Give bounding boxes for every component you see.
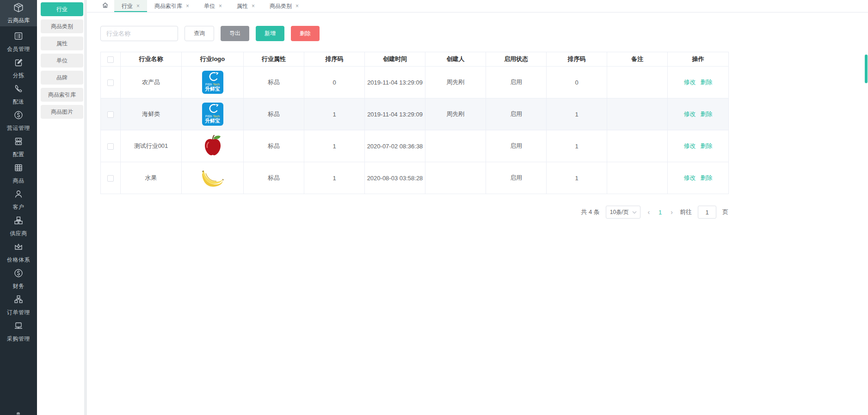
chevron-down-icon [632, 209, 637, 215]
close-icon[interactable]: × [252, 3, 255, 9]
edit-link[interactable]: 修改 [684, 110, 696, 117]
table-row: 测试行业001 标品 1 2020-07-02 08:36:38 启用 1 修改… [101, 130, 729, 162]
edit-square-icon [13, 57, 24, 69]
close-icon[interactable]: × [136, 3, 140, 9]
sidebar-item-customer[interactable]: 客户 [0, 187, 37, 213]
row-checkbox[interactable] [107, 143, 114, 150]
sidebar-item-delivery[interactable]: 配送 [0, 81, 37, 108]
sidebar-item-orders[interactable]: 订单管理 [0, 292, 37, 318]
col-header-creator: 创建人 [425, 52, 486, 67]
page-size-select[interactable]: 10条/页 [606, 206, 641, 219]
main-content: 行业 × 商品索引库 × 单位 × 属性 × 商品类别 × 查询 导出 新增 删… [87, 0, 868, 415]
close-icon[interactable]: × [295, 3, 299, 9]
delete-link[interactable]: 删除 [701, 142, 713, 149]
vertical-scrollbar-thumb[interactable] [865, 55, 868, 83]
col-header-actions: 操作 [668, 52, 729, 67]
app-title: 云商品库 [7, 17, 30, 24]
tab-industry[interactable]: 行业 × [114, 0, 147, 12]
package-cube-icon [13, 2, 24, 15]
col-header-remark: 备注 [607, 52, 668, 67]
sidebar-next-item-peek [17, 412, 20, 415]
edit-link[interactable]: 修改 [684, 142, 696, 149]
primary-sidebar: 云商品库 会员管理 分拣 配送 营运管理 配置 商品 客户 [0, 0, 37, 415]
delete-link[interactable]: 删除 [701, 174, 713, 181]
total-count: 共 4 条 [581, 208, 599, 216]
sidebar-item-sorting[interactable]: 分拣 [0, 55, 37, 81]
page-unit-label: 页 [722, 208, 728, 216]
row-checkbox[interactable] [107, 111, 114, 118]
sidebar-item-pricing[interactable]: 价格体系 [0, 239, 37, 266]
table-row: 水果 标品 1 2020-08-03 03:58:28 启用 1 修改删除 [101, 162, 729, 194]
tab-category[interactable]: 商品类别 × [262, 0, 306, 12]
active-tab-indicator [114, 11, 147, 12]
sidebar-item-config[interactable]: 配置 [0, 134, 37, 160]
edit-link[interactable]: 修改 [684, 79, 696, 85]
industry-name-input[interactable] [100, 26, 178, 41]
blocks-icon [13, 215, 24, 227]
add-button[interactable]: 新增 [256, 26, 284, 41]
goto-page-input[interactable] [698, 206, 716, 219]
goto-label: 前往 [680, 208, 692, 216]
submenu-item-attribute[interactable]: 属性 [41, 37, 83, 50]
col-header-attr: 行业属性 [244, 52, 304, 67]
sidebar-item-member[interactable]: 会员管理 [0, 29, 37, 55]
sidebar-item-operations[interactable]: 营运管理 [0, 108, 37, 134]
pagination: 共 4 条 10条/页 ‹ 1 › 前往 页 [100, 206, 728, 219]
delete-link[interactable]: 删除 [701, 79, 713, 85]
filter-toolbar: 查询 导出 新增 删除 [100, 26, 868, 41]
close-icon[interactable]: × [186, 3, 189, 9]
submenu-item-category[interactable]: 商品类别 [41, 19, 83, 33]
submenu-item-industry[interactable]: 行业 [41, 2, 83, 16]
tab-home[interactable] [96, 0, 114, 12]
fish-tech-logo: FiSh Tech 升鲜宝 [202, 71, 223, 94]
query-button[interactable]: 查询 [185, 26, 214, 41]
prev-page-button[interactable]: ‹ [646, 208, 651, 216]
submenu-panel: 行业 商品类别 属性 单位 品牌 商品索引库 商品图片 [37, 0, 87, 415]
close-icon[interactable]: × [219, 3, 222, 9]
submenu-item-product-images[interactable]: 商品图片 [41, 105, 83, 119]
sidebar-item-supplier[interactable]: 供应商 [0, 213, 37, 239]
table-header-row: 行业名称 行业logo 行业属性 排序码 创建时间 创建人 启用状态 排序码 备… [101, 52, 729, 67]
col-header-logo: 行业logo [182, 52, 244, 67]
row-checkbox[interactable] [107, 175, 114, 182]
current-page-number[interactable]: 1 [657, 209, 664, 216]
apple-image [202, 134, 223, 159]
tab-index-library[interactable]: 商品索引库 × [147, 0, 197, 12]
col-header-sort2: 排序码 [547, 52, 607, 67]
tab-unit[interactable]: 单位 × [197, 0, 229, 12]
submenu-item-brand[interactable]: 品牌 [41, 71, 83, 85]
submenu-item-unit[interactable]: 单位 [41, 54, 83, 67]
banana-image [201, 168, 224, 189]
laptop-icon [13, 321, 24, 333]
sidebar-item-finance[interactable]: 财务 [0, 266, 37, 292]
sidebar-item-goods[interactable]: 商品 [0, 160, 37, 187]
submenu-item-index-library[interactable]: 商品索引库 [41, 88, 83, 102]
grid-icon [13, 163, 24, 175]
sitemap-icon [13, 294, 24, 306]
member-card-icon [13, 31, 24, 43]
app-logo[interactable]: 云商品库 [0, 0, 37, 26]
delete-button[interactable]: 删除 [291, 26, 320, 41]
col-header-status: 启用状态 [486, 52, 547, 67]
tab-attribute[interactable]: 属性 × [229, 0, 262, 12]
tab-bar: 行业 × 商品索引库 × 单位 × 属性 × 商品类别 × [87, 0, 868, 12]
sidebar-nav: 会员管理 分拣 配送 营运管理 配置 商品 客户 供应商 [0, 26, 37, 345]
crown-icon [13, 242, 24, 254]
server-icon [13, 136, 24, 148]
row-checkbox[interactable] [107, 79, 114, 86]
user-icon [13, 189, 24, 201]
industry-table: 行业名称 行业logo 行业属性 排序码 创建时间 创建人 启用状态 排序码 备… [100, 52, 729, 194]
delete-link[interactable]: 删除 [701, 110, 713, 117]
table-row: 农产品 FiSh Tech 升鲜宝 标品 0 2019-11-04 13:29:… [101, 67, 729, 98]
phone-icon [13, 84, 24, 96]
dollar-circle-icon [13, 110, 24, 122]
export-button[interactable]: 导出 [221, 26, 249, 41]
next-page-button[interactable]: › [670, 208, 674, 216]
fish-tech-logo: FiSh Tech 升鲜宝 [202, 103, 223, 126]
edit-link[interactable]: 修改 [684, 174, 696, 181]
sidebar-item-purchase[interactable]: 采购管理 [0, 318, 37, 345]
table-row: 海鲜类 FiSh Tech 升鲜宝 标品 1 2019-11-04 13:29:… [101, 98, 729, 130]
select-all-checkbox[interactable] [107, 56, 114, 63]
col-header-sort: 排序码 [304, 52, 365, 67]
dollar-circle-icon [13, 268, 24, 280]
